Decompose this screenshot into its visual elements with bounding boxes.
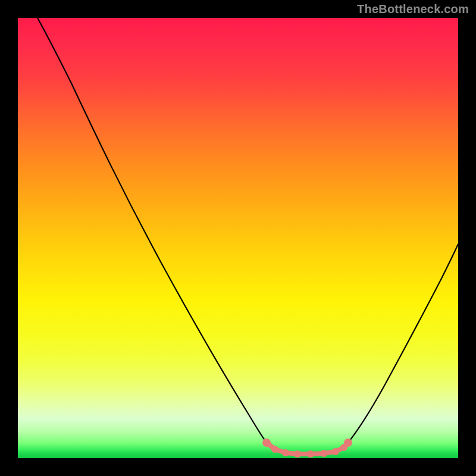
svg-point-3 <box>294 450 301 458</box>
watermark-text: TheBottleneck.com <box>357 2 469 16</box>
plot-area <box>18 18 458 458</box>
svg-point-5 <box>320 450 327 457</box>
left-curve <box>37 18 267 443</box>
svg-point-4 <box>307 450 314 458</box>
svg-point-6 <box>332 448 339 455</box>
chart-frame: TheBottleneck.com <box>0 0 476 476</box>
svg-point-1 <box>271 446 278 453</box>
svg-point-8 <box>344 439 352 447</box>
curves-svg <box>18 18 458 458</box>
right-curve <box>348 244 458 443</box>
svg-point-2 <box>282 449 289 456</box>
svg-point-0 <box>262 439 271 447</box>
